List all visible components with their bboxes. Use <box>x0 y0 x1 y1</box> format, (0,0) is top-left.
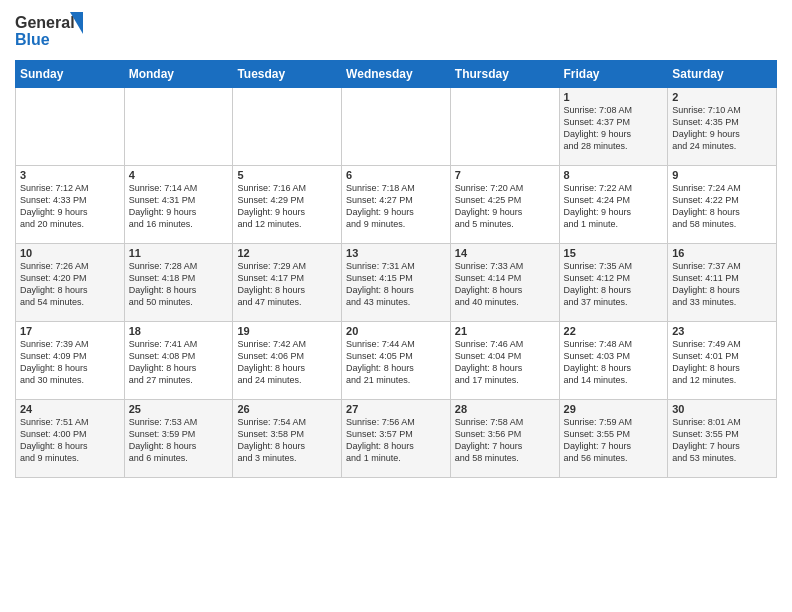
day-number: 5 <box>237 169 337 181</box>
day-cell: 1Sunrise: 7:08 AM Sunset: 4:37 PM Daylig… <box>559 88 668 166</box>
svg-text:Blue: Blue <box>15 31 50 48</box>
day-number: 4 <box>129 169 229 181</box>
day-info: Sunrise: 7:14 AM Sunset: 4:31 PM Dayligh… <box>129 182 229 231</box>
day-number: 16 <box>672 247 772 259</box>
col-header-monday: Monday <box>124 61 233 88</box>
day-number: 13 <box>346 247 446 259</box>
day-cell: 24Sunrise: 7:51 AM Sunset: 4:00 PM Dayli… <box>16 400 125 478</box>
day-info: Sunrise: 7:41 AM Sunset: 4:08 PM Dayligh… <box>129 338 229 387</box>
week-row-5: 24Sunrise: 7:51 AM Sunset: 4:00 PM Dayli… <box>16 400 777 478</box>
day-cell: 10Sunrise: 7:26 AM Sunset: 4:20 PM Dayli… <box>16 244 125 322</box>
day-cell: 28Sunrise: 7:58 AM Sunset: 3:56 PM Dayli… <box>450 400 559 478</box>
day-info: Sunrise: 7:58 AM Sunset: 3:56 PM Dayligh… <box>455 416 555 465</box>
day-cell: 13Sunrise: 7:31 AM Sunset: 4:15 PM Dayli… <box>342 244 451 322</box>
day-number: 15 <box>564 247 664 259</box>
day-info: Sunrise: 7:33 AM Sunset: 4:14 PM Dayligh… <box>455 260 555 309</box>
day-cell <box>16 88 125 166</box>
day-number: 1 <box>564 91 664 103</box>
day-cell: 16Sunrise: 7:37 AM Sunset: 4:11 PM Dayli… <box>668 244 777 322</box>
day-number: 9 <box>672 169 772 181</box>
col-header-saturday: Saturday <box>668 61 777 88</box>
day-number: 30 <box>672 403 772 415</box>
day-info: Sunrise: 7:48 AM Sunset: 4:03 PM Dayligh… <box>564 338 664 387</box>
day-number: 27 <box>346 403 446 415</box>
day-info: Sunrise: 7:08 AM Sunset: 4:37 PM Dayligh… <box>564 104 664 153</box>
day-cell: 6Sunrise: 7:18 AM Sunset: 4:27 PM Daylig… <box>342 166 451 244</box>
day-cell: 15Sunrise: 7:35 AM Sunset: 4:12 PM Dayli… <box>559 244 668 322</box>
day-cell: 26Sunrise: 7:54 AM Sunset: 3:58 PM Dayli… <box>233 400 342 478</box>
day-info: Sunrise: 7:54 AM Sunset: 3:58 PM Dayligh… <box>237 416 337 465</box>
col-header-thursday: Thursday <box>450 61 559 88</box>
day-info: Sunrise: 7:12 AM Sunset: 4:33 PM Dayligh… <box>20 182 120 231</box>
day-number: 26 <box>237 403 337 415</box>
day-cell: 21Sunrise: 7:46 AM Sunset: 4:04 PM Dayli… <box>450 322 559 400</box>
day-cell: 8Sunrise: 7:22 AM Sunset: 4:24 PM Daylig… <box>559 166 668 244</box>
day-number: 6 <box>346 169 446 181</box>
day-info: Sunrise: 7:37 AM Sunset: 4:11 PM Dayligh… <box>672 260 772 309</box>
day-cell: 22Sunrise: 7:48 AM Sunset: 4:03 PM Dayli… <box>559 322 668 400</box>
day-number: 17 <box>20 325 120 337</box>
day-number: 24 <box>20 403 120 415</box>
calendar-header-row: SundayMondayTuesdayWednesdayThursdayFrid… <box>16 61 777 88</box>
day-cell: 11Sunrise: 7:28 AM Sunset: 4:18 PM Dayli… <box>124 244 233 322</box>
day-cell: 9Sunrise: 7:24 AM Sunset: 4:22 PM Daylig… <box>668 166 777 244</box>
calendar-table: SundayMondayTuesdayWednesdayThursdayFrid… <box>15 60 777 478</box>
day-cell: 20Sunrise: 7:44 AM Sunset: 4:05 PM Dayli… <box>342 322 451 400</box>
day-info: Sunrise: 7:26 AM Sunset: 4:20 PM Dayligh… <box>20 260 120 309</box>
day-number: 29 <box>564 403 664 415</box>
day-info: Sunrise: 7:31 AM Sunset: 4:15 PM Dayligh… <box>346 260 446 309</box>
day-cell <box>233 88 342 166</box>
day-number: 22 <box>564 325 664 337</box>
day-info: Sunrise: 7:22 AM Sunset: 4:24 PM Dayligh… <box>564 182 664 231</box>
day-cell: 23Sunrise: 7:49 AM Sunset: 4:01 PM Dayli… <box>668 322 777 400</box>
day-cell: 7Sunrise: 7:20 AM Sunset: 4:25 PM Daylig… <box>450 166 559 244</box>
day-info: Sunrise: 7:59 AM Sunset: 3:55 PM Dayligh… <box>564 416 664 465</box>
day-info: Sunrise: 7:20 AM Sunset: 4:25 PM Dayligh… <box>455 182 555 231</box>
day-info: Sunrise: 7:24 AM Sunset: 4:22 PM Dayligh… <box>672 182 772 231</box>
header: GeneralBlue <box>15 10 777 52</box>
day-info: Sunrise: 7:29 AM Sunset: 4:17 PM Dayligh… <box>237 260 337 309</box>
day-cell: 17Sunrise: 7:39 AM Sunset: 4:09 PM Dayli… <box>16 322 125 400</box>
day-cell: 29Sunrise: 7:59 AM Sunset: 3:55 PM Dayli… <box>559 400 668 478</box>
day-number: 14 <box>455 247 555 259</box>
day-number: 25 <box>129 403 229 415</box>
week-row-2: 3Sunrise: 7:12 AM Sunset: 4:33 PM Daylig… <box>16 166 777 244</box>
day-info: Sunrise: 7:39 AM Sunset: 4:09 PM Dayligh… <box>20 338 120 387</box>
day-number: 23 <box>672 325 772 337</box>
day-number: 20 <box>346 325 446 337</box>
day-info: Sunrise: 7:49 AM Sunset: 4:01 PM Dayligh… <box>672 338 772 387</box>
week-row-1: 1Sunrise: 7:08 AM Sunset: 4:37 PM Daylig… <box>16 88 777 166</box>
day-cell: 18Sunrise: 7:41 AM Sunset: 4:08 PM Dayli… <box>124 322 233 400</box>
day-cell <box>450 88 559 166</box>
day-cell: 27Sunrise: 7:56 AM Sunset: 3:57 PM Dayli… <box>342 400 451 478</box>
day-info: Sunrise: 7:16 AM Sunset: 4:29 PM Dayligh… <box>237 182 337 231</box>
day-cell: 4Sunrise: 7:14 AM Sunset: 4:31 PM Daylig… <box>124 166 233 244</box>
day-info: Sunrise: 7:35 AM Sunset: 4:12 PM Dayligh… <box>564 260 664 309</box>
day-cell: 14Sunrise: 7:33 AM Sunset: 4:14 PM Dayli… <box>450 244 559 322</box>
day-number: 21 <box>455 325 555 337</box>
svg-text:General: General <box>15 14 75 31</box>
day-info: Sunrise: 8:01 AM Sunset: 3:55 PM Dayligh… <box>672 416 772 465</box>
day-cell: 30Sunrise: 8:01 AM Sunset: 3:55 PM Dayli… <box>668 400 777 478</box>
day-cell: 5Sunrise: 7:16 AM Sunset: 4:29 PM Daylig… <box>233 166 342 244</box>
day-cell: 12Sunrise: 7:29 AM Sunset: 4:17 PM Dayli… <box>233 244 342 322</box>
day-number: 19 <box>237 325 337 337</box>
col-header-wednesday: Wednesday <box>342 61 451 88</box>
day-info: Sunrise: 7:10 AM Sunset: 4:35 PM Dayligh… <box>672 104 772 153</box>
day-number: 7 <box>455 169 555 181</box>
day-number: 28 <box>455 403 555 415</box>
day-info: Sunrise: 7:18 AM Sunset: 4:27 PM Dayligh… <box>346 182 446 231</box>
day-cell: 19Sunrise: 7:42 AM Sunset: 4:06 PM Dayli… <box>233 322 342 400</box>
day-cell <box>124 88 233 166</box>
day-info: Sunrise: 7:56 AM Sunset: 3:57 PM Dayligh… <box>346 416 446 465</box>
day-number: 10 <box>20 247 120 259</box>
logo-svg: GeneralBlue <box>15 10 87 52</box>
col-header-tuesday: Tuesday <box>233 61 342 88</box>
col-header-friday: Friday <box>559 61 668 88</box>
day-number: 18 <box>129 325 229 337</box>
day-number: 8 <box>564 169 664 181</box>
day-info: Sunrise: 7:28 AM Sunset: 4:18 PM Dayligh… <box>129 260 229 309</box>
day-number: 2 <box>672 91 772 103</box>
day-cell: 25Sunrise: 7:53 AM Sunset: 3:59 PM Dayli… <box>124 400 233 478</box>
day-number: 3 <box>20 169 120 181</box>
